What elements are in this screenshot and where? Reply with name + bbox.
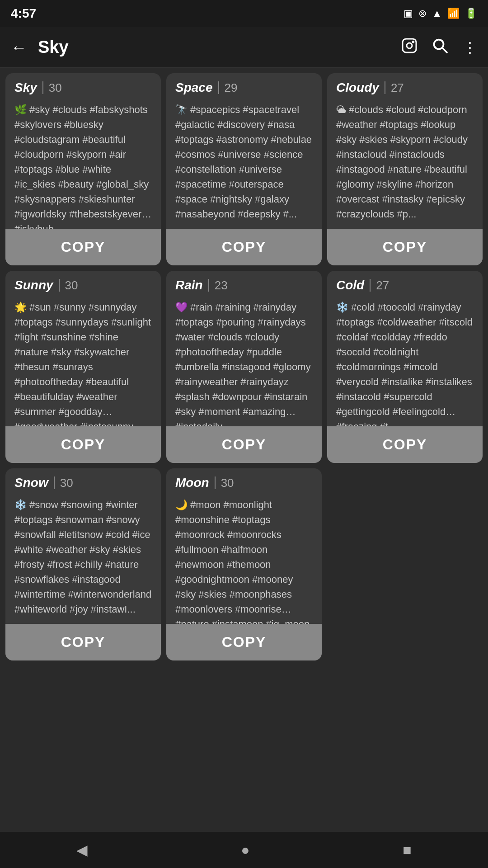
card-header-snow: Snow 30 [5, 468, 161, 494]
app-bar-actions: ⋮ [401, 38, 477, 57]
card-header-moon: Moon 30 [166, 468, 322, 494]
card-divider-sky [42, 81, 43, 94]
card-header-rain: Rain 23 [166, 271, 322, 296]
card-title-sunny: Sunny [14, 278, 53, 292]
card-count-sunny: 30 [65, 278, 78, 292]
copy-button-snow[interactable]: COPY [5, 624, 161, 660]
card-tags-moon: 🌙 #moon #moonlight #moonshine #toptags #… [166, 494, 322, 624]
wifi-icon: ▲ [432, 8, 442, 19]
svg-point-1 [407, 43, 412, 48]
card-space: Space 29 🔭 #spacepics #spacetravel #gala… [166, 73, 322, 265]
more-options-icon[interactable]: ⋮ [463, 39, 477, 56]
svg-rect-0 [403, 39, 416, 52]
card-cold: Cold 27 ❄️ #cold #toocold #rainyday #top… [327, 271, 483, 463]
card-divider-moon [215, 476, 216, 489]
card-header-cold: Cold 27 [327, 271, 483, 296]
dnd-icon: ⊗ [418, 8, 427, 19]
card-tags-sunny: 🌟 #sun #sunny #sunnyday #toptags #sunnyd… [5, 296, 161, 426]
card-header-space: Space 29 [166, 73, 322, 99]
card-tags-snow: ❄️ #snow #snowing #winter #toptags #snow… [5, 494, 161, 624]
card-divider-space [218, 81, 219, 94]
copy-button-rain[interactable]: COPY [166, 426, 322, 463]
card-count-moon: 30 [221, 476, 234, 490]
page-title: Sky [38, 38, 390, 57]
instagram-icon[interactable] [401, 38, 418, 57]
copy-button-cold[interactable]: COPY [327, 426, 483, 463]
card-header-sunny: Sunny 30 [5, 271, 161, 296]
recent-nav-button[interactable]: ■ [403, 842, 411, 859]
status-bar: 4:57 ▣ ⊗ ▲ 📶 🔋 [0, 0, 488, 27]
card-sunny: Sunny 30 🌟 #sun #sunny #sunnyday #toptag… [5, 271, 161, 463]
card-divider-snow [54, 476, 55, 489]
card-count-sky: 30 [49, 81, 62, 95]
card-count-rain: 23 [215, 278, 228, 292]
card-snow: Snow 30 ❄️ #snow #snowing #winter #topta… [5, 468, 161, 660]
copy-button-moon[interactable]: COPY [166, 624, 322, 660]
battery-icon: 🔋 [465, 8, 477, 19]
card-header-cloudy: Cloudy 27 [327, 73, 483, 99]
copy-button-sunny[interactable]: COPY [5, 426, 161, 463]
svg-line-4 [443, 48, 447, 52]
card-sky: Sky 30 🌿 #sky #clouds #fabskyshots #skyl… [5, 73, 161, 265]
card-rain: Rain 23 💜 #rain #raining #rainyday #topt… [166, 271, 322, 463]
card-title-snow: Snow [14, 476, 48, 490]
card-tags-sky: 🌿 #sky #clouds #fabskyshots #skylovers #… [5, 99, 161, 229]
card-divider-rain [208, 279, 209, 292]
card-title-moon: Moon [175, 476, 209, 490]
card-title-rain: Rain [175, 278, 203, 292]
svg-point-2 [413, 41, 414, 42]
card-tags-cold: ❄️ #cold #toocold #rainyday #toptags #co… [327, 296, 483, 426]
card-count-cloudy: 27 [391, 81, 404, 95]
card-title-cloudy: Cloudy [336, 80, 379, 95]
copy-button-space[interactable]: COPY [166, 229, 322, 265]
card-tags-rain: 💜 #rain #raining #rainyday #toptags #pou… [166, 296, 322, 426]
card-cloudy: Cloudy 27 🌥 #clouds #cloud #cloudporn #w… [327, 73, 483, 265]
card-tags-space: 🔭 #spacepics #spacetravel #galactic #dis… [166, 99, 322, 229]
card-title-sky: Sky [14, 80, 37, 95]
card-moon: Moon 30 🌙 #moon #moonlight #moonshine #t… [166, 468, 322, 660]
copy-button-cloudy[interactable]: COPY [327, 229, 483, 265]
card-divider-sunny [59, 279, 60, 292]
back-button[interactable]: ← [11, 38, 27, 57]
copy-button-sky[interactable]: COPY [5, 229, 161, 265]
sim-icon: ▣ [404, 8, 413, 19]
signal-icon: 📶 [447, 8, 460, 19]
search-icon[interactable] [432, 38, 448, 57]
app-bar: ← Sky ⋮ [0, 27, 488, 68]
card-title-cold: Cold [336, 278, 364, 292]
card-title-space: Space [175, 80, 213, 95]
cards-grid: Sky 30 🌿 #sky #clouds #fabskyshots #skyl… [0, 68, 488, 666]
svg-point-3 [434, 39, 444, 49]
home-nav-button[interactable]: ● [241, 842, 249, 859]
card-count-cold: 27 [376, 278, 389, 292]
back-nav-button[interactable]: ◀ [76, 841, 88, 859]
bottom-nav: ◀ ● ■ [0, 832, 488, 868]
card-divider-cold [370, 279, 371, 292]
card-count-snow: 30 [60, 476, 73, 490]
card-count-space: 29 [225, 81, 238, 95]
status-time: 4:57 [11, 6, 36, 21]
card-header-sky: Sky 30 [5, 73, 161, 99]
card-tags-cloudy: 🌥 #clouds #cloud #cloudporn #weather #to… [327, 99, 483, 229]
card-divider-cloudy [385, 81, 385, 94]
status-icons: ▣ ⊗ ▲ 📶 🔋 [404, 8, 477, 19]
